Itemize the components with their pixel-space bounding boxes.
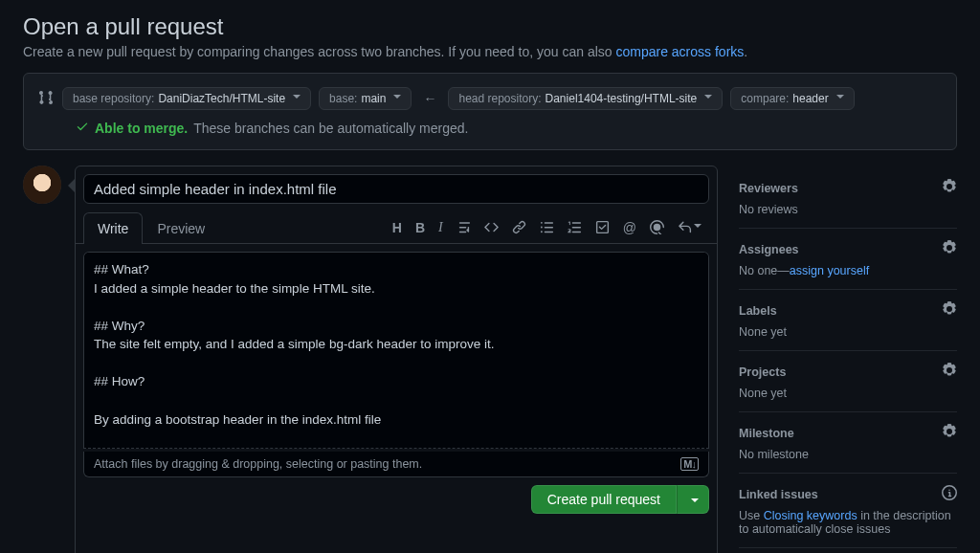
info-icon[interactable] [942, 485, 957, 503]
compare-forks-link[interactable]: compare across forks [615, 44, 744, 59]
compare-branch-dropdown[interactable]: compare: header [730, 87, 854, 110]
italic-icon[interactable]: I [438, 220, 443, 235]
md-toolbar: H B I @ [392, 220, 709, 235]
reviewers-body: No reviews [739, 203, 957, 216]
gear-icon[interactable] [942, 301, 957, 320]
arrow-left-icon: ← [419, 91, 440, 106]
page-subtitle: Create a new pull request by comparing c… [23, 44, 957, 59]
gear-icon[interactable] [942, 240, 957, 258]
milestone-title: Milestone [739, 427, 794, 440]
projects-body: None yet [739, 387, 957, 400]
mention-icon[interactable]: @ [623, 220, 636, 235]
pr-body-textarea[interactable] [83, 252, 709, 449]
milestone-body: No milestone [739, 448, 957, 461]
create-pr-button[interactable]: Create pull request [531, 485, 677, 514]
projects-title: Projects [739, 365, 786, 379]
comment-form: Write Preview H B I [75, 166, 718, 553]
create-pr-dropdown[interactable] [677, 485, 709, 514]
pr-title-input[interactable] [83, 174, 709, 204]
bold-icon[interactable]: B [415, 220, 425, 235]
list-ul-icon[interactable] [540, 220, 554, 235]
base-repo-dropdown[interactable]: base repository: DaniDiazTech/HTML-site [62, 87, 311, 110]
closing-keywords-link[interactable]: Closing keywords [764, 509, 858, 522]
sidebar: Reviewers No reviews Assignees No one—as… [739, 166, 957, 553]
reviewers-title: Reviewers [739, 182, 798, 195]
gear-icon[interactable] [942, 363, 957, 381]
link-icon[interactable] [512, 220, 526, 235]
tasklist-icon[interactable] [595, 220, 610, 235]
assignees-title: Assignees [739, 243, 799, 256]
attach-hint[interactable]: Attach files by dragging & dropping, sel… [83, 452, 709, 477]
head-repo-dropdown[interactable]: head repository: Daniel1404-testing/HTML… [448, 87, 723, 110]
merge-status: Able to merge. These branches can be aut… [37, 110, 943, 136]
tab-preview[interactable]: Preview [143, 212, 219, 244]
labels-title: Labels [739, 304, 777, 318]
linked-title: Linked issues [739, 488, 818, 501]
tab-write[interactable]: Write [83, 212, 143, 244]
reference-icon[interactable] [650, 220, 664, 235]
labels-body: None yet [739, 325, 957, 339]
gear-icon[interactable] [942, 424, 957, 442]
base-branch-dropdown[interactable]: base: main [319, 87, 412, 110]
gear-icon[interactable] [942, 179, 957, 197]
assignees-body: No one—assign yourself [739, 264, 957, 277]
heading-icon[interactable]: H [392, 220, 402, 235]
branch-compare-box: base repository: DaniDiazTech/HTML-site … [23, 73, 957, 150]
page-title: Open a pull request [23, 13, 957, 40]
markdown-icon[interactable]: M↓ [680, 457, 699, 471]
quote-icon[interactable] [457, 220, 471, 235]
linked-body: Use Closing keywords in the description … [739, 509, 957, 536]
reply-icon[interactable] [678, 220, 702, 235]
list-ol-icon[interactable] [568, 220, 582, 235]
check-icon [76, 120, 89, 136]
assign-yourself-link[interactable]: assign yourself [790, 264, 869, 277]
code-icon[interactable] [484, 220, 499, 235]
git-compare-icon [37, 90, 55, 108]
avatar [23, 166, 61, 204]
